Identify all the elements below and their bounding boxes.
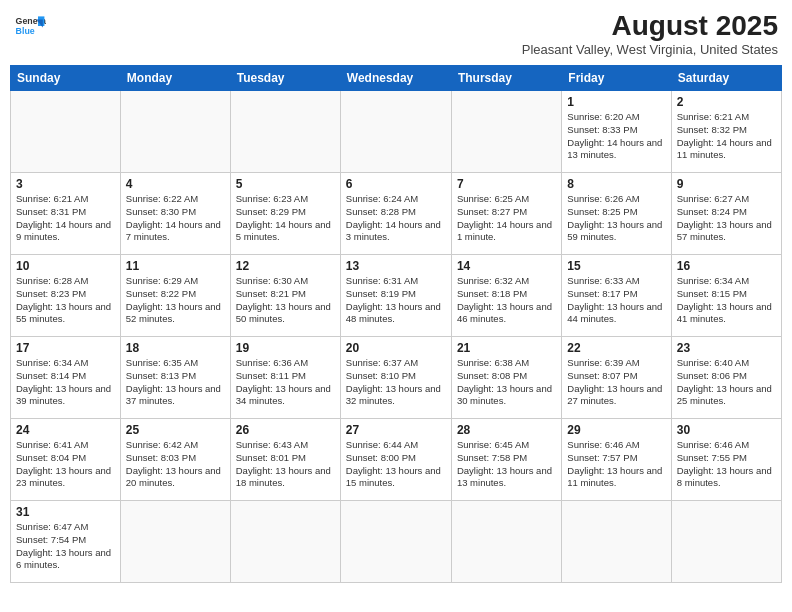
calendar-cell (120, 91, 230, 173)
calendar-cell: 27Sunrise: 6:44 AM Sunset: 8:00 PM Dayli… (340, 419, 451, 501)
day-number: 18 (126, 341, 225, 355)
calendar-cell: 14Sunrise: 6:32 AM Sunset: 8:18 PM Dayli… (451, 255, 561, 337)
day-of-week-header: Sunday (11, 66, 121, 91)
calendar-week-row: 24Sunrise: 6:41 AM Sunset: 8:04 PM Dayli… (11, 419, 782, 501)
calendar-week-row: 1Sunrise: 6:20 AM Sunset: 8:33 PM Daylig… (11, 91, 782, 173)
day-info: Sunrise: 6:21 AM Sunset: 8:31 PM Dayligh… (16, 193, 115, 244)
day-number: 14 (457, 259, 556, 273)
day-number: 19 (236, 341, 335, 355)
day-number: 16 (677, 259, 776, 273)
calendar-cell: 8Sunrise: 6:26 AM Sunset: 8:25 PM Daylig… (562, 173, 671, 255)
calendar-cell (340, 91, 451, 173)
calendar-cell: 16Sunrise: 6:34 AM Sunset: 8:15 PM Dayli… (671, 255, 781, 337)
day-info: Sunrise: 6:40 AM Sunset: 8:06 PM Dayligh… (677, 357, 776, 408)
day-info: Sunrise: 6:33 AM Sunset: 8:17 PM Dayligh… (567, 275, 665, 326)
day-of-week-header: Saturday (671, 66, 781, 91)
day-info: Sunrise: 6:45 AM Sunset: 7:58 PM Dayligh… (457, 439, 556, 490)
day-of-week-header: Monday (120, 66, 230, 91)
calendar-cell: 25Sunrise: 6:42 AM Sunset: 8:03 PM Dayli… (120, 419, 230, 501)
day-info: Sunrise: 6:24 AM Sunset: 8:28 PM Dayligh… (346, 193, 446, 244)
calendar-cell: 15Sunrise: 6:33 AM Sunset: 8:17 PM Dayli… (562, 255, 671, 337)
day-info: Sunrise: 6:44 AM Sunset: 8:00 PM Dayligh… (346, 439, 446, 490)
day-number: 24 (16, 423, 115, 437)
day-number: 8 (567, 177, 665, 191)
day-number: 25 (126, 423, 225, 437)
calendar-cell (340, 501, 451, 583)
calendar-cell: 31Sunrise: 6:47 AM Sunset: 7:54 PM Dayli… (11, 501, 121, 583)
calendar-week-row: 17Sunrise: 6:34 AM Sunset: 8:14 PM Dayli… (11, 337, 782, 419)
calendar-cell: 18Sunrise: 6:35 AM Sunset: 8:13 PM Dayli… (120, 337, 230, 419)
day-info: Sunrise: 6:30 AM Sunset: 8:21 PM Dayligh… (236, 275, 335, 326)
day-number: 28 (457, 423, 556, 437)
day-number: 11 (126, 259, 225, 273)
calendar-cell: 6Sunrise: 6:24 AM Sunset: 8:28 PM Daylig… (340, 173, 451, 255)
calendar-cell: 5Sunrise: 6:23 AM Sunset: 8:29 PM Daylig… (230, 173, 340, 255)
day-info: Sunrise: 6:28 AM Sunset: 8:23 PM Dayligh… (16, 275, 115, 326)
calendar-cell: 2Sunrise: 6:21 AM Sunset: 8:32 PM Daylig… (671, 91, 781, 173)
day-info: Sunrise: 6:26 AM Sunset: 8:25 PM Dayligh… (567, 193, 665, 244)
day-number: 7 (457, 177, 556, 191)
calendar-cell (11, 91, 121, 173)
calendar-cell: 22Sunrise: 6:39 AM Sunset: 8:07 PM Dayli… (562, 337, 671, 419)
day-info: Sunrise: 6:20 AM Sunset: 8:33 PM Dayligh… (567, 111, 665, 162)
month-year-title: August 2025 (522, 10, 778, 42)
day-number: 1 (567, 95, 665, 109)
day-info: Sunrise: 6:23 AM Sunset: 8:29 PM Dayligh… (236, 193, 335, 244)
day-info: Sunrise: 6:22 AM Sunset: 8:30 PM Dayligh… (126, 193, 225, 244)
day-number: 5 (236, 177, 335, 191)
calendar-cell: 17Sunrise: 6:34 AM Sunset: 8:14 PM Dayli… (11, 337, 121, 419)
calendar-cell (230, 91, 340, 173)
day-info: Sunrise: 6:42 AM Sunset: 8:03 PM Dayligh… (126, 439, 225, 490)
calendar-cell: 7Sunrise: 6:25 AM Sunset: 8:27 PM Daylig… (451, 173, 561, 255)
day-number: 29 (567, 423, 665, 437)
page-header: General Blue August 2025 Pleasant Valley… (10, 10, 782, 57)
calendar-cell (671, 501, 781, 583)
day-number: 23 (677, 341, 776, 355)
day-number: 30 (677, 423, 776, 437)
day-number: 13 (346, 259, 446, 273)
svg-text:Blue: Blue (16, 26, 35, 36)
day-of-week-header: Friday (562, 66, 671, 91)
calendar-cell: 23Sunrise: 6:40 AM Sunset: 8:06 PM Dayli… (671, 337, 781, 419)
day-of-week-header: Wednesday (340, 66, 451, 91)
day-number: 9 (677, 177, 776, 191)
calendar-cell (451, 501, 561, 583)
calendar-cell (451, 91, 561, 173)
day-info: Sunrise: 6:31 AM Sunset: 8:19 PM Dayligh… (346, 275, 446, 326)
day-info: Sunrise: 6:29 AM Sunset: 8:22 PM Dayligh… (126, 275, 225, 326)
day-info: Sunrise: 6:47 AM Sunset: 7:54 PM Dayligh… (16, 521, 115, 572)
day-info: Sunrise: 6:41 AM Sunset: 8:04 PM Dayligh… (16, 439, 115, 490)
calendar-cell: 1Sunrise: 6:20 AM Sunset: 8:33 PM Daylig… (562, 91, 671, 173)
day-info: Sunrise: 6:46 AM Sunset: 7:57 PM Dayligh… (567, 439, 665, 490)
day-number: 3 (16, 177, 115, 191)
calendar-cell: 4Sunrise: 6:22 AM Sunset: 8:30 PM Daylig… (120, 173, 230, 255)
day-of-week-header: Thursday (451, 66, 561, 91)
day-info: Sunrise: 6:43 AM Sunset: 8:01 PM Dayligh… (236, 439, 335, 490)
calendar-cell: 20Sunrise: 6:37 AM Sunset: 8:10 PM Dayli… (340, 337, 451, 419)
day-number: 21 (457, 341, 556, 355)
title-block: August 2025 Pleasant Valley, West Virgin… (522, 10, 778, 57)
day-info: Sunrise: 6:21 AM Sunset: 8:32 PM Dayligh… (677, 111, 776, 162)
day-number: 15 (567, 259, 665, 273)
day-info: Sunrise: 6:36 AM Sunset: 8:11 PM Dayligh… (236, 357, 335, 408)
calendar-week-row: 3Sunrise: 6:21 AM Sunset: 8:31 PM Daylig… (11, 173, 782, 255)
day-number: 20 (346, 341, 446, 355)
calendar-cell (230, 501, 340, 583)
day-number: 2 (677, 95, 776, 109)
day-number: 6 (346, 177, 446, 191)
calendar-week-row: 31Sunrise: 6:47 AM Sunset: 7:54 PM Dayli… (11, 501, 782, 583)
calendar-cell: 30Sunrise: 6:46 AM Sunset: 7:55 PM Dayli… (671, 419, 781, 501)
day-number: 12 (236, 259, 335, 273)
day-number: 10 (16, 259, 115, 273)
day-number: 31 (16, 505, 115, 519)
day-number: 26 (236, 423, 335, 437)
calendar-header-row: SundayMondayTuesdayWednesdayThursdayFrid… (11, 66, 782, 91)
calendar-cell: 19Sunrise: 6:36 AM Sunset: 8:11 PM Dayli… (230, 337, 340, 419)
calendar-cell: 24Sunrise: 6:41 AM Sunset: 8:04 PM Dayli… (11, 419, 121, 501)
day-number: 22 (567, 341, 665, 355)
day-info: Sunrise: 6:38 AM Sunset: 8:08 PM Dayligh… (457, 357, 556, 408)
calendar-table: SundayMondayTuesdayWednesdayThursdayFrid… (10, 65, 782, 583)
calendar-cell: 3Sunrise: 6:21 AM Sunset: 8:31 PM Daylig… (11, 173, 121, 255)
day-number: 4 (126, 177, 225, 191)
day-of-week-header: Tuesday (230, 66, 340, 91)
